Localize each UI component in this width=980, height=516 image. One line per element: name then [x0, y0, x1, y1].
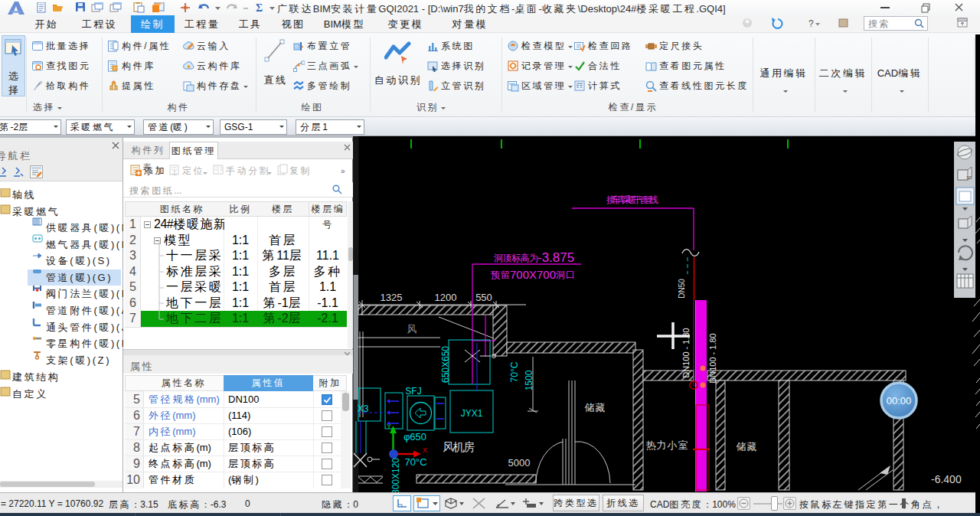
svg-text:DN50: DN50	[678, 279, 686, 299]
svg-text:650X650: 650X650	[440, 346, 451, 383]
svg-text:洞口: 洞口	[556, 269, 574, 280]
svg-text:SFJ: SFJ	[405, 386, 421, 397]
svg-text:00:00: 00:00	[887, 395, 912, 407]
svg-text:X: X	[423, 446, 427, 454]
svg-text:-6.400: -6.400	[931, 473, 962, 485]
svg-text:70°C: 70°C	[404, 456, 426, 468]
svg-text:-3.875: -3.875	[537, 250, 574, 265]
svg-text:风: 风	[407, 323, 419, 335]
svg-text:预留: 预留	[491, 269, 509, 280]
svg-text:接车库采暖干管管线: 接车库采暖干管管线	[606, 194, 658, 205]
svg-text:Y: Y	[387, 423, 391, 430]
svg-text:JYX1: JYX1	[461, 408, 483, 419]
svg-text:洞顶标高为: 洞顶标高为	[494, 253, 537, 263]
svg-text:φ650: φ650	[403, 431, 426, 443]
svg-text:1200: 1200	[435, 292, 457, 303]
svg-text:Σ: Σ	[256, 2, 263, 14]
svg-text:热力小室: 热力小室	[646, 439, 688, 451]
svg-text:1325: 1325	[381, 292, 403, 303]
svg-text:550: 550	[475, 292, 492, 303]
svg-text:储藏: 储藏	[737, 441, 757, 452]
svg-text:储藏: 储藏	[585, 402, 606, 413]
svg-text:800X120: 800X120	[390, 458, 401, 492]
svg-text:5000: 5000	[508, 457, 531, 469]
svg-text:3D: 3D	[966, 175, 972, 180]
svg-text:?: ?	[808, 18, 814, 29]
svg-text:风机房: 风机房	[443, 440, 475, 453]
svg-text:700X700: 700X700	[510, 268, 556, 281]
svg-text:DN100 - 1.80: DN100 - 1.80	[708, 333, 717, 383]
svg-text:70°C: 70°C	[509, 361, 520, 382]
